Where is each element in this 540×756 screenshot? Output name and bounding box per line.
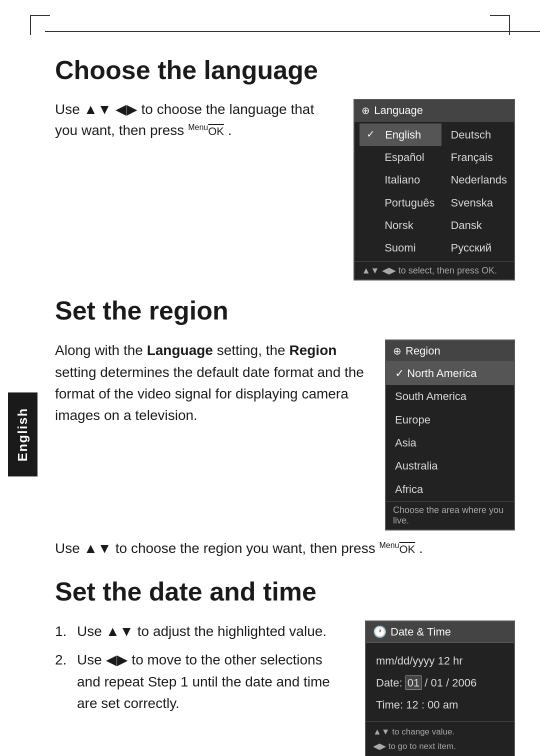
region-australia-row: Australia: [386, 454, 514, 478]
datetime-footer-line1: ▲▼ to change value.: [373, 725, 507, 740]
region-south-america: South America: [395, 390, 466, 402]
lang-svenska-row: Svenska: [444, 192, 514, 214]
language-section-content: Use ▲▼ ◀▶ to choose the language that yo…: [55, 99, 515, 280]
step2-text: Use ◀▶ to move to the other selections a…: [77, 649, 345, 714]
lang-espanol-row: Español: [360, 146, 442, 168]
lang-norsk: Norsk: [384, 216, 413, 234]
lang-dansk: Dansk: [450, 216, 482, 234]
ok-label-lang: OK: [208, 125, 224, 138]
lang-svenska: Svenska: [450, 194, 492, 212]
top-rule: [45, 31, 540, 32]
lang-nederlands: Nederlands: [450, 171, 507, 188]
lang-portugues-row: Português: [360, 192, 442, 214]
datetime-icon: 🕐: [373, 626, 386, 638]
menu-label-lang: Menu: [188, 123, 208, 132]
datetime-screen-title: Date & Time: [390, 626, 451, 638]
region-section-content: Along with the Language setting, the Reg…: [55, 340, 515, 530]
datetime-footer: ▲▼ to change value. ◀▶ to go to next ite…: [366, 721, 514, 756]
datetime-step2: 2. Use ◀▶ to move to the other selection…: [55, 649, 345, 714]
region-africa-row: Africa: [386, 478, 514, 501]
globe-icon: ⊕: [362, 104, 370, 116]
check-icon: ✓: [366, 126, 375, 144]
lang-espanol: Español: [384, 148, 424, 166]
datetime-body: mm/dd/yyyy 12 hr Date: 01 / 01 / 2006 Ti…: [366, 643, 514, 721]
region-australia: Australia: [395, 460, 438, 472]
lang-suomi-row: Suomi: [360, 236, 442, 259]
region-north-america: North America: [407, 367, 476, 380]
lang-suomi: Suomi: [384, 239, 416, 256]
lang-dansk-row: Dansk: [444, 214, 514, 236]
region-screen-title: Region: [406, 344, 440, 358]
lang-francais-row: Français: [444, 146, 514, 168]
datetime-numbered-list: 1. Use ▲▼ to adjust the highlighted valu…: [55, 620, 345, 714]
lang-russian-row: Русский: [444, 236, 514, 259]
datetime-steps: 1. Use ▲▼ to adjust the highlighted valu…: [55, 620, 345, 722]
globe-region-icon: ⊕: [393, 345, 402, 357]
region-use-arrows: Use ▲▼ to choose the region you want, th…: [55, 540, 515, 556]
lang-english-row: ✓ English: [360, 124, 442, 146]
datetime-format: mm/dd/yyyy 12 hr: [376, 650, 504, 672]
corner-mark-tr-h: [490, 15, 510, 16]
region-bold: Region: [289, 342, 336, 358]
main-content: Choose the language Use ▲▼ ◀▶ to choose …: [55, 0, 515, 756]
no-check: [366, 148, 374, 166]
region-europe-row: Europe: [386, 408, 514, 432]
menu-label-region: Menu: [379, 541, 399, 550]
region-africa: Africa: [395, 483, 423, 496]
language-screen-title: Language: [374, 104, 423, 117]
region-europe: Europe: [395, 414, 430, 426]
region-title: Set the region: [55, 296, 515, 326]
datetime-step1: 1. Use ▲▼ to adjust the highlighted valu…: [55, 620, 345, 642]
datetime-screen-header: 🕐 Date & Time: [366, 622, 514, 643]
step2-num: 2.: [55, 649, 69, 714]
language-screen: ⊕ Language ✓ English Español Italiano: [354, 99, 515, 280]
sidebar: English: [0, 0, 45, 756]
lang-russian: Русский: [450, 239, 492, 256]
lang-english: English: [385, 126, 421, 144]
sidebar-label: English: [8, 392, 38, 476]
language-title: Choose the language: [55, 55, 515, 85]
datetime-footer-line2: ◀▶ to go to next item.: [373, 740, 507, 754]
lang-nederlands-row: Nederlands: [444, 168, 514, 191]
datetime-title: Set the date and time: [55, 576, 515, 606]
datetime-screen: 🕐 Date & Time mm/dd/yyyy 12 hr Date: 01 …: [365, 620, 515, 756]
datetime-section-content: 1. Use ▲▼ to adjust the highlighted valu…: [55, 620, 515, 756]
region-screen: ⊕ Region ✓ North America South America E…: [385, 340, 515, 530]
check-region-icon: ✓: [395, 367, 407, 380]
lang-portugues: Português: [384, 194, 434, 212]
region-screen-header: ⊕ Region: [386, 340, 514, 362]
corner-mark-tr-v: [509, 15, 510, 35]
step1-text: Use ▲▼ to adjust the highlighted value.: [77, 620, 345, 642]
date-highlight: 01: [406, 676, 422, 690]
language-screen-footer: ▲▼ ◀▶ to select, then press OK.: [354, 261, 514, 280]
region-description: Along with the Language setting, the Reg…: [55, 340, 365, 426]
language-bold: Language: [147, 342, 213, 358]
lang-norsk-row: Norsk: [360, 214, 442, 236]
region-north-america-row: ✓ North America: [386, 362, 514, 385]
datetime-time-line: Time: 12 : 00 am: [376, 694, 504, 716]
language-desc-text: Use ▲▼ ◀▶ to choose the language that yo…: [55, 102, 314, 138]
language-screen-header: ⊕ Language: [354, 100, 514, 122]
region-asia-row: Asia: [386, 432, 514, 454]
lang-francais: Français: [450, 148, 492, 166]
lang-italiano-row: Italiano: [360, 168, 442, 191]
region-asia: Asia: [395, 436, 416, 449]
datetime-date-line: Date: 01 / 01 / 2006: [376, 672, 504, 694]
lang-deutsch: Deutsch: [450, 126, 491, 144]
lang-deutsch-row: Deutsch: [444, 124, 514, 146]
region-south-america-row: South America: [386, 385, 514, 408]
step1-num: 1.: [55, 620, 69, 642]
region-screen-footer: Choose the area where you live.: [386, 501, 514, 530]
ok-label-region: OK: [399, 543, 415, 556]
lang-italiano: Italiano: [384, 171, 420, 188]
language-description: Use ▲▼ ◀▶ to choose the language that yo…: [55, 99, 334, 141]
